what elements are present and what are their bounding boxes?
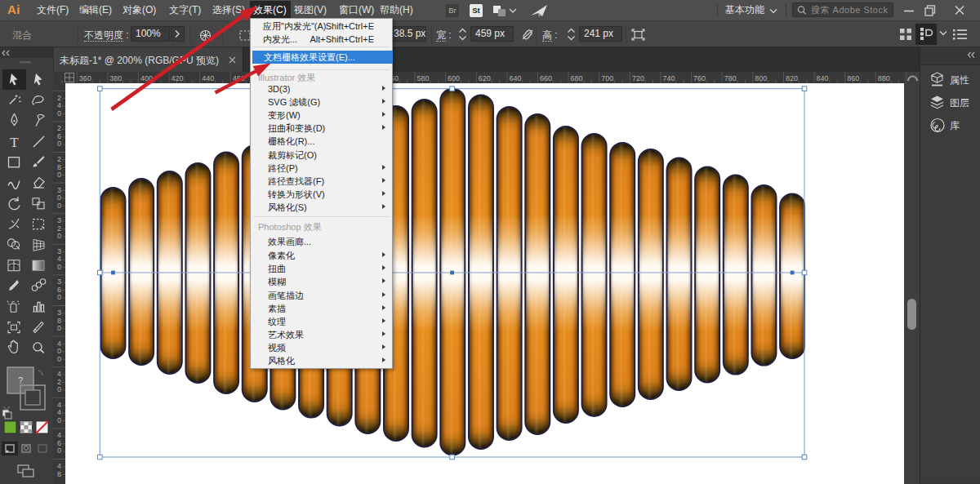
svg-text:4: 4 — [57, 408, 61, 416]
svg-text:600: 600 — [448, 74, 460, 82]
svg-text:0: 0 — [57, 416, 61, 424]
svg-text:4: 4 — [57, 462, 61, 470]
svg-text:6: 6 — [57, 132, 61, 140]
svg-text:2: 2 — [57, 378, 61, 386]
svg-text:3: 3 — [57, 186, 61, 194]
svg-text:0: 0 — [57, 324, 61, 332]
svg-text:4: 4 — [57, 340, 61, 348]
svg-text:740: 740 — [663, 74, 675, 82]
svg-text:840: 840 — [817, 74, 829, 82]
svg-text:420: 420 — [172, 74, 184, 82]
svg-text:0: 0 — [57, 193, 61, 202]
svg-text:0: 0 — [57, 140, 61, 148]
svg-text:3: 3 — [57, 216, 61, 224]
svg-text:4: 4 — [57, 401, 61, 409]
svg-text:760: 760 — [693, 74, 706, 82]
svg-text:0: 0 — [57, 385, 61, 393]
svg-text:460: 460 — [233, 74, 245, 82]
svg-text:T: T — [10, 135, 19, 150]
svg-text:400: 400 — [140, 74, 153, 82]
svg-text:860: 860 — [847, 74, 859, 82]
svg-text:4: 4 — [57, 370, 61, 378]
svg-text:720: 720 — [632, 74, 644, 82]
svg-text:2: 2 — [57, 155, 61, 163]
svg-text:0: 0 — [57, 446, 61, 455]
svg-text:0: 0 — [57, 109, 61, 118]
svg-text:380: 380 — [109, 74, 122, 82]
svg-text:8: 8 — [57, 470, 61, 478]
svg-text:0: 0 — [57, 347, 61, 355]
svg-text:0: 0 — [57, 232, 61, 240]
svg-text:0: 0 — [57, 263, 61, 271]
svg-text:0: 0 — [57, 202, 61, 210]
svg-text:2: 2 — [57, 124, 61, 132]
svg-text:2: 2 — [57, 224, 61, 233]
svg-text:620: 620 — [479, 74, 491, 82]
svg-text:3: 3 — [57, 278, 61, 286]
svg-text:580: 580 — [417, 74, 430, 82]
svg-text:680: 680 — [571, 74, 583, 82]
svg-text:640: 640 — [509, 74, 521, 82]
svg-text:3: 3 — [57, 247, 61, 255]
svg-text:6: 6 — [57, 439, 61, 447]
svg-text:8: 8 — [57, 317, 61, 325]
svg-text:4: 4 — [57, 255, 61, 263]
svg-text:0: 0 — [57, 355, 61, 363]
svg-text:360: 360 — [79, 74, 91, 82]
svg-text:8: 8 — [57, 163, 61, 171]
svg-text:880: 880 — [878, 74, 890, 82]
svg-text:2: 2 — [57, 94, 61, 102]
svg-text:4: 4 — [57, 101, 61, 109]
svg-text:0: 0 — [57, 293, 61, 301]
svg-text:820: 820 — [786, 74, 798, 82]
svg-text:0: 0 — [57, 171, 61, 179]
svg-text:660: 660 — [540, 74, 552, 82]
svg-text:800: 800 — [755, 74, 767, 82]
svg-text:3: 3 — [57, 309, 61, 317]
svg-text:440: 440 — [202, 74, 214, 82]
svg-text:4: 4 — [57, 431, 61, 439]
svg-text:?: ? — [18, 375, 23, 385]
svg-text:780: 780 — [724, 74, 737, 82]
svg-text:6: 6 — [57, 286, 61, 294]
svg-text:700: 700 — [601, 74, 613, 82]
